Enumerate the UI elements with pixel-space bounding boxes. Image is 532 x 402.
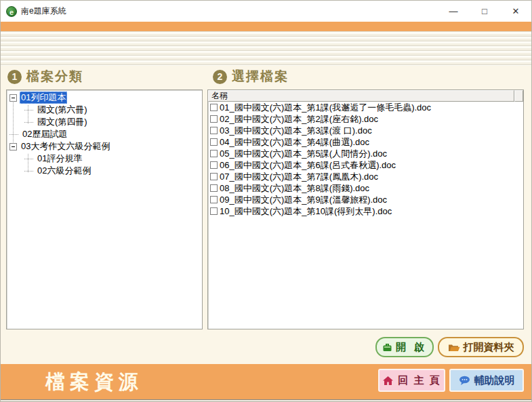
tree-item[interactable]: 國文(第四冊) [7, 116, 202, 128]
header-stripe-band [1, 31, 531, 66]
file-checkbox[interactable] [210, 104, 218, 111]
help-button[interactable]: 輔助說明 [449, 369, 524, 392]
tree-expander-icon[interactable] [9, 143, 17, 150]
file-name-label: 07_國中國文(六)題本_第7課(鳳凰木).doc [220, 171, 378, 183]
title-bar: e 南e題庫系統 — □ ✕ [1, 1, 531, 22]
open-folder-button-label: 打開資料夾 [464, 341, 514, 354]
file-rows: 01_國中國文(六)題本_第1課(我邂逅了一條毛毛蟲).doc 02_國中國文(… [208, 102, 523, 329]
tree-item-label[interactable]: 01評分規準 [36, 153, 83, 165]
file-checkbox[interactable] [210, 184, 218, 192]
file-name-label: 08_國中國文(六)題本_第8課(雨錢).doc [220, 182, 369, 195]
tree-expander-icon[interactable] [9, 94, 17, 102]
window-controls: — □ ✕ [438, 1, 531, 22]
file-name-label: 05_國中國文(六)題本_第5課(人間情分).doc [220, 148, 387, 160]
tree-item-label[interactable]: 03大考作文六級分範例 [20, 140, 111, 153]
file-checkbox[interactable] [210, 115, 218, 123]
file-row[interactable]: 04_國中國文(六)題本_第4課(曲選).doc [208, 136, 523, 148]
file-row[interactable]: 02_國中國文(六)題本_第2課(座右銘).doc [208, 113, 523, 125]
bottom-edge-strip [1, 399, 531, 402]
tree-item-label[interactable]: 01列印題本 [20, 92, 67, 104]
file-row[interactable]: 10_國中國文(六)題本_第10課(得到太早).doc [208, 205, 523, 217]
open-folder-icon [448, 342, 460, 353]
file-checkbox[interactable] [210, 207, 218, 215]
file-row[interactable]: 03_國中國文(六)題本_第3課(渡 口).doc [208, 125, 523, 136]
file-checkbox[interactable] [210, 127, 218, 134]
home-button[interactable]: 回 主 頁 [378, 369, 445, 392]
file-name-label: 04_國中國文(六)題本_第4課(曲選).doc [220, 136, 369, 148]
file-checkbox[interactable] [210, 150, 218, 157]
file-row[interactable]: 01_國中國文(六)題本_第1課(我邂逅了一條毛毛蟲).doc [208, 102, 523, 113]
maximize-icon[interactable]: □ [469, 1, 500, 22]
tree-connector-line [24, 104, 33, 110]
file-list-panel: 名稱 01_國中國文(六)題本_第1課(我邂逅了一條毛毛蟲).doc 02_國中… [207, 89, 524, 329]
window-title: 南e題庫系統 [21, 5, 66, 17]
file-list-header: 名稱 [208, 90, 523, 102]
header-orange-band [1, 22, 531, 31]
tree-item[interactable]: 01評分規準 [7, 153, 202, 165]
tree-item-label[interactable]: 國文(第四冊) [36, 116, 89, 128]
tree-guide-line [13, 102, 14, 148]
file-row[interactable]: 08_國中國文(六)題本_第8課(雨錢).doc [208, 182, 523, 194]
tree-item-label[interactable]: 02歷屆試題 [21, 128, 68, 140]
tree-item[interactable]: 02歷屆試題 [7, 128, 202, 140]
file-name-label: 09_國中國文(六)題本_第9課(溫馨旅程).doc [220, 194, 387, 206]
speech-bubble-icon [459, 376, 470, 386]
file-name-label: 02_國中國文(六)題本_第2課(座右銘).doc [220, 113, 378, 125]
section-number-2-icon: 2 [213, 70, 227, 84]
file-row[interactable]: 07_國中國文(六)題本_第7課(鳳凰木).doc [208, 171, 523, 182]
help-button-label: 輔助說明 [474, 374, 515, 387]
section-title-file-category: 檔案分類 [26, 68, 83, 85]
file-row[interactable]: 05_國中國文(六)題本_第5課(人間情分).doc [208, 148, 523, 159]
section-title-select-files: 選擇檔案 [232, 68, 289, 85]
category-tree: 01列印題本 國文(第六冊) 國文(第四冊) 02歷屆試題 [7, 92, 202, 329]
home-icon [382, 376, 394, 386]
open-folder-button[interactable]: 打開資料夾 [438, 337, 524, 357]
section-number-1-icon: 1 [7, 70, 22, 84]
file-row[interactable]: 09_國中國文(六)題本_第9課(溫馨旅程).doc [208, 194, 523, 205]
tree-connector-line [24, 117, 33, 123]
tree-item[interactable]: 01列印題本 [7, 92, 202, 104]
open-button-label: 開 啟 [396, 341, 427, 354]
file-checkbox[interactable] [210, 161, 218, 169]
tree-connector-line [24, 165, 33, 172]
file-checkbox[interactable] [210, 138, 218, 146]
column-header-spacer [514, 90, 523, 102]
tree-item[interactable]: 國文(第六冊) [7, 104, 202, 116]
tree-connector-line [9, 129, 18, 135]
tree-item-label[interactable]: 02六級分範例 [36, 165, 92, 177]
app-logo-icon: e [6, 6, 17, 17]
file-checkbox[interactable] [210, 173, 218, 180]
file-name-label: 03_國中國文(六)題本_第3課(渡 口).doc [220, 125, 372, 137]
footer-title: 檔案資源 [45, 364, 143, 399]
category-tree-panel: 01列印題本 國文(第六冊) 國文(第四冊) 02歷屆試題 [6, 89, 203, 329]
section-header-file-category: 1 檔案分類 [7, 68, 83, 85]
home-button-label: 回 主 頁 [398, 374, 441, 387]
tree-item-label[interactable]: 國文(第六冊) [36, 104, 89, 116]
section-header-select-files: 2 選擇檔案 [213, 68, 289, 85]
file-name-label: 10_國中國文(六)題本_第10課(得到太早).doc [220, 205, 392, 218]
close-icon[interactable]: ✕ [500, 1, 531, 22]
file-name-label: 01_國中國文(六)題本_第1課(我邂逅了一條毛毛蟲).doc [220, 102, 431, 114]
file-row[interactable]: 06_國中國文(六)題本_第6課(呂式春秋選).doc [208, 159, 523, 171]
file-checkbox[interactable] [210, 196, 218, 203]
briefcase-icon [382, 342, 392, 353]
minimize-icon[interactable]: — [438, 1, 469, 22]
tree-connector-line [24, 153, 33, 159]
app-window: e 南e題庫系統 — □ ✕ 1 檔案分類 2 選擇檔案 01列印題本 [0, 0, 532, 402]
open-button[interactable]: 開 啟 [375, 337, 434, 357]
tree-item[interactable]: 03大考作文六級分範例 [7, 140, 202, 153]
file-name-label: 06_國中國文(六)題本_第6課(呂式春秋選).doc [220, 159, 396, 172]
tree-item[interactable]: 02六級分範例 [7, 165, 202, 177]
column-header-name[interactable]: 名稱 [208, 90, 514, 102]
